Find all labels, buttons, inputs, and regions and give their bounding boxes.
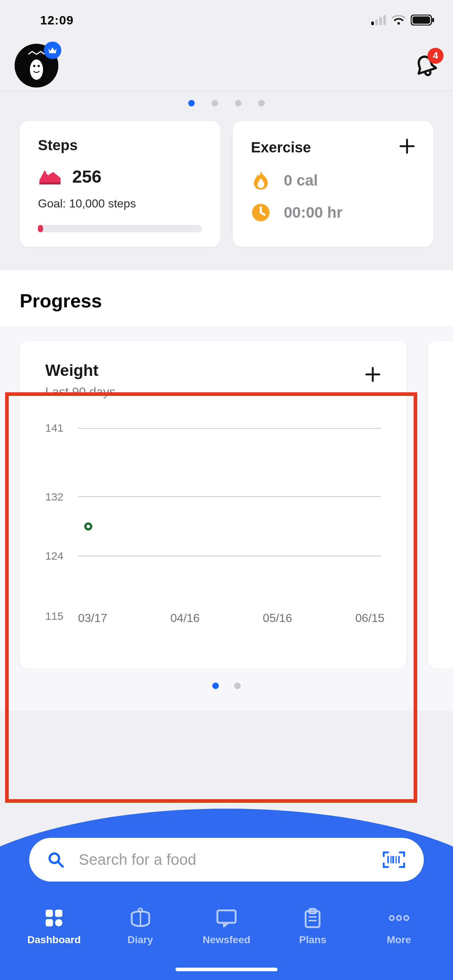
exercise-duration-row: 00:00 hr bbox=[251, 203, 415, 223]
progress-carousel-dots[interactable] bbox=[0, 668, 453, 711]
svg-point-30 bbox=[139, 908, 142, 912]
chart-y-tick: 124 bbox=[45, 550, 64, 562]
svg-point-28 bbox=[55, 919, 62, 926]
svg-rect-3 bbox=[383, 15, 386, 25]
tab-label: Plans bbox=[299, 934, 327, 946]
chart-y-tick: 132 bbox=[45, 491, 64, 503]
carousel-dot[interactable] bbox=[212, 100, 218, 107]
premium-badge-icon bbox=[44, 41, 61, 59]
svg-point-8 bbox=[30, 59, 43, 80]
svg-rect-2 bbox=[379, 17, 382, 25]
tab-newsfeed[interactable]: Newsfeed bbox=[194, 907, 259, 946]
svg-rect-1 bbox=[375, 19, 378, 25]
carousel-dot[interactable] bbox=[188, 100, 195, 107]
chart-x-tick: 03/17 bbox=[78, 611, 107, 625]
weight-data-point bbox=[84, 522, 92, 530]
steps-card-title: Steps bbox=[38, 137, 202, 153]
profile-avatar[interactable] bbox=[14, 44, 58, 88]
exercise-card[interactable]: Exercise 0 cal bbox=[233, 121, 433, 247]
tab-dashboard[interactable]: Dashboard bbox=[21, 907, 87, 946]
svg-line-19 bbox=[58, 862, 63, 867]
add-exercise-button[interactable] bbox=[399, 137, 415, 158]
steps-progress-fill bbox=[38, 225, 43, 232]
notifications-count-badge: 4 bbox=[427, 48, 443, 64]
newsfeed-icon bbox=[215, 907, 238, 929]
svg-rect-0 bbox=[371, 22, 374, 25]
chart-x-tick: 04/16 bbox=[170, 611, 199, 625]
tab-plans[interactable]: Plans bbox=[280, 907, 345, 946]
weight-card[interactable]: Weight Last 90 days 141 132 124 115 03/1… bbox=[20, 341, 406, 668]
carousel-dot[interactable] bbox=[235, 100, 241, 107]
carousel-dot[interactable] bbox=[212, 682, 219, 689]
svg-line-12 bbox=[48, 171, 51, 173]
clock-icon bbox=[251, 203, 271, 223]
bottom-bar: Search for a food bbox=[0, 809, 453, 980]
chart-y-tick: 115 bbox=[45, 610, 64, 622]
search-icon bbox=[48, 851, 64, 868]
carousel-dot[interactable] bbox=[258, 100, 265, 107]
app-header: 4 bbox=[0, 40, 453, 91]
carousel-dot[interactable] bbox=[234, 682, 241, 689]
plus-icon bbox=[365, 366, 381, 382]
tab-label: Diary bbox=[128, 934, 153, 946]
svg-rect-31 bbox=[217, 910, 236, 923]
status-bar: 12:09 bbox=[0, 0, 453, 40]
svg-rect-7 bbox=[432, 18, 434, 22]
svg-point-37 bbox=[397, 916, 401, 920]
tab-more[interactable]: More bbox=[366, 907, 432, 946]
next-progress-card[interactable]: S La 16 11 5 bbox=[428, 341, 453, 668]
cellular-icon bbox=[371, 15, 387, 25]
exercise-calories-value: 0 cal bbox=[284, 172, 318, 189]
weight-chart: 141 132 124 115 03/17 04/16 05/16 06/15 bbox=[45, 428, 381, 625]
svg-rect-26 bbox=[55, 910, 62, 917]
chart-y-tick: 141 bbox=[45, 422, 64, 434]
dashboard-icon bbox=[44, 907, 64, 929]
summary-cards-row: Steps 256 Goal: 10,000 steps Exercise bbox=[0, 121, 453, 270]
svg-point-4 bbox=[397, 22, 400, 25]
more-icon bbox=[388, 907, 410, 929]
diary-icon bbox=[129, 907, 152, 929]
steps-goal-label: Goal: 10,000 steps bbox=[38, 197, 202, 210]
svg-rect-6 bbox=[413, 16, 430, 24]
svg-rect-27 bbox=[46, 919, 53, 926]
svg-point-36 bbox=[389, 916, 394, 920]
search-placeholder: Search for a food bbox=[79, 851, 368, 869]
tab-label: Dashboard bbox=[27, 934, 81, 946]
chart-x-axis: 03/17 04/16 05/16 06/15 bbox=[78, 611, 384, 625]
weight-card-title: Weight bbox=[45, 361, 381, 380]
progress-cards-scroll[interactable]: Weight Last 90 days 141 132 124 115 03/1… bbox=[0, 326, 453, 668]
exercise-card-title: Exercise bbox=[251, 139, 311, 156]
steps-progress-bar bbox=[38, 225, 202, 232]
plans-icon bbox=[303, 907, 322, 929]
svg-point-9 bbox=[33, 65, 35, 67]
add-weight-button[interactable] bbox=[365, 366, 381, 384]
tab-label: Newsfeed bbox=[203, 934, 250, 946]
home-indicator[interactable] bbox=[175, 967, 278, 971]
battery-icon bbox=[411, 14, 435, 25]
shoe-icon bbox=[38, 167, 62, 187]
svg-point-10 bbox=[38, 65, 40, 67]
notifications-button[interactable]: 4 bbox=[413, 53, 439, 78]
chart-grid bbox=[78, 428, 381, 603]
chart-x-tick: 05/16 bbox=[263, 611, 292, 625]
wifi-icon bbox=[392, 15, 405, 25]
exercise-duration-value: 00:00 hr bbox=[284, 204, 343, 221]
status-icons bbox=[371, 14, 435, 25]
barcode-scan-icon[interactable] bbox=[382, 851, 405, 869]
steps-card[interactable]: Steps 256 Goal: 10,000 steps bbox=[20, 121, 220, 247]
weight-card-subtitle: Last 90 days bbox=[45, 385, 381, 399]
chart-x-tick: 06/15 bbox=[355, 611, 384, 625]
svg-point-38 bbox=[404, 916, 408, 920]
plus-icon bbox=[399, 138, 415, 154]
steps-value: 256 bbox=[72, 167, 101, 187]
progress-heading: Progress bbox=[0, 270, 453, 326]
exercise-calories-row: 0 cal bbox=[251, 170, 415, 190]
tab-diary[interactable]: Diary bbox=[108, 907, 173, 946]
flame-icon bbox=[251, 170, 271, 190]
tab-label: More bbox=[387, 934, 411, 946]
tab-bar: Dashboard Diary bbox=[0, 907, 453, 960]
status-time: 12:09 bbox=[40, 13, 74, 27]
food-search-bar[interactable]: Search for a food bbox=[29, 838, 424, 881]
svg-rect-25 bbox=[46, 910, 53, 917]
summary-carousel-dots[interactable] bbox=[0, 91, 453, 121]
